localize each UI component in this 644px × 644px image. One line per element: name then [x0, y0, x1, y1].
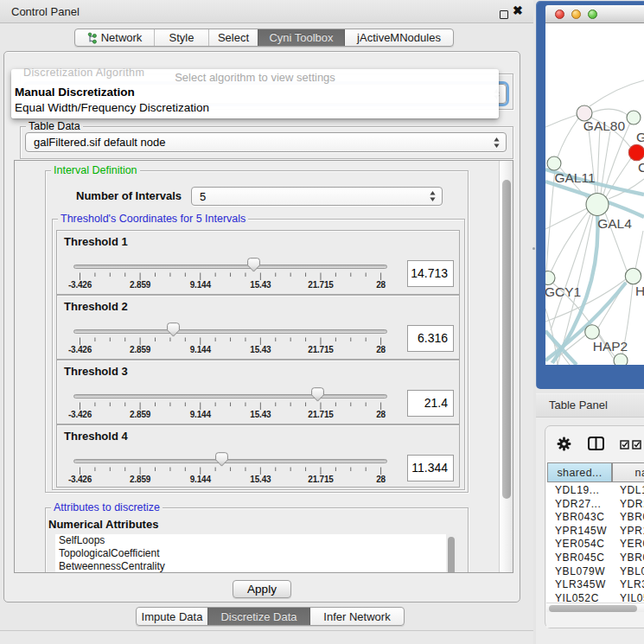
tab-label: jActiveMNodules — [357, 31, 441, 44]
table-horizontal-scrollbar-thumb[interactable] — [549, 605, 637, 612]
svg-text:HAP2: HAP2 — [593, 339, 628, 354]
attributes-list-scrollbar-thumb[interactable] — [448, 537, 455, 573]
cell-shared-name: YLR345W — [555, 578, 606, 592]
checkbox-checked-icon[interactable] — [620, 440, 629, 450]
table-data-combobox[interactable]: galFiltered.sif default node — [25, 132, 507, 152]
cell-name: YBL079W — [620, 565, 644, 579]
threshold-2-slider-track[interactable] — [73, 329, 387, 334]
slider-tick-label: 9.144 — [175, 345, 226, 354]
tab-cyni-toolbox[interactable]: Cyni Toolbox — [258, 29, 344, 46]
cell-name: YPR145W — [620, 525, 644, 539]
cell-name: YLR345W — [620, 578, 644, 592]
divider-handle-dot[interactable] — [532, 247, 535, 250]
window-zoom-traffic-light[interactable] — [588, 10, 597, 19]
slider-tick-label: 15.43 — [234, 410, 286, 419]
svg-text:C: C — [638, 160, 644, 175]
cell-name: YDL19 — [620, 484, 644, 498]
table-row[interactable]: YDL19...YDL19 — [546, 484, 644, 498]
threshold-3-value-field[interactable]: 21.4 — [407, 390, 454, 417]
threshold-1-slider-track[interactable] — [73, 265, 387, 269]
threshold-3-slider-thumb[interactable] — [311, 387, 324, 402]
tab-label: Discretize Data — [220, 610, 296, 623]
cell-name: YBR045C — [620, 552, 644, 565]
apply-button[interactable]: Apply — [233, 580, 291, 598]
table-rows: YDL19...YDL19YDR27...YDR27YBR043CYBR043C… — [546, 484, 644, 603]
table-row[interactable]: YDR27...YDR27 — [546, 498, 644, 512]
network-canvas[interactable]: GAL80GALCGAL11GAL4GCY1HHAP2 — [545, 23, 644, 365]
tab-label: Network — [101, 31, 143, 44]
svg-text:GAL4: GAL4 — [597, 216, 632, 231]
cell-name: YIL052C — [620, 592, 644, 603]
float-window-icon[interactable] — [500, 10, 508, 19]
slider-tick-label: -3.426 — [54, 475, 106, 484]
slider-tick-label: 2.859 — [114, 410, 166, 419]
tab-label: Impute Data — [142, 610, 203, 623]
slider-tick-label: 15.43 — [234, 345, 286, 354]
split-columns-icon[interactable] — [588, 437, 604, 450]
svg-text:GAL80: GAL80 — [583, 118, 626, 133]
slider-tick-label: 28 — [355, 280, 407, 290]
threshold-4-slider-thumb[interactable] — [215, 452, 228, 467]
threshold-4-slider-track[interactable] — [73, 459, 387, 463]
tab-discretize-data[interactable]: Discretize Data — [207, 608, 309, 625]
cell-shared-name: YDR27... — [555, 498, 602, 512]
svg-text:H: H — [635, 284, 644, 298]
table-horizontal-scrollbar[interactable] — [546, 603, 644, 612]
gear-icon[interactable] — [557, 437, 571, 451]
thresholds-coordinates-group-title: Threshold's Coordinates for 5 Intervals — [58, 213, 248, 225]
table-data-group: Table Data galFiltered.sif default node — [20, 126, 513, 159]
slider-tick-label: 21.715 — [295, 410, 347, 419]
threshold-3-slider-track[interactable] — [73, 394, 387, 399]
table-row[interactable]: YLR345WYLR345W — [546, 578, 644, 592]
settings-scrollbar[interactable] — [499, 161, 513, 572]
ghost-group-title: Discretization Algorithm — [23, 67, 144, 79]
settings-scrollbar-thumb[interactable] — [502, 180, 512, 499]
algorithm-dropdown-popup: Discretization Algorithm Select algorith… — [11, 69, 499, 118]
attribute-item-betweennesscentrality[interactable]: BetweennessCentrality — [55, 560, 446, 573]
slider-tick-label: 2.859 — [114, 280, 166, 290]
network-tree-icon — [87, 32, 97, 44]
table-panel-footer — [546, 612, 644, 628]
table-header-shared-name[interactable]: shared... — [547, 462, 612, 482]
threshold-2-box: Threshold 2-3.4262.8599.14415.4321.71528… — [56, 295, 460, 360]
tab-jactivemnodules[interactable]: jActiveMNodules — [344, 29, 453, 46]
interval-definition-group-title: Interval Definition — [51, 164, 140, 176]
window-minimize-traffic-light[interactable] — [571, 10, 581, 19]
threshold-2-slider-thumb[interactable] — [167, 322, 180, 337]
table-row[interactable]: YIL052CYIL052C — [546, 592, 644, 603]
table-row[interactable]: YBR045CYBR045C — [546, 552, 644, 565]
tab-label: Infer Network — [323, 610, 390, 623]
attributes-list-scrollbar[interactable] — [446, 534, 456, 573]
threshold-1-box: Threshold 1-3.4262.8599.14415.4321.71528… — [56, 230, 460, 295]
popup-item-manual-discretization[interactable]: Manual Discretization — [11, 85, 499, 100]
threshold-4-box: Threshold 4-3.4262.8599.14415.4321.71528… — [56, 424, 460, 488]
tab-label: Style — [169, 31, 194, 44]
threshold-1-value-field[interactable]: 14.713 — [407, 260, 454, 287]
table-row[interactable]: YBL079WYBL079W — [546, 565, 644, 579]
table-row[interactable]: YER054CYER054C — [546, 538, 644, 552]
attribute-item-selfloops[interactable]: SelfLoops — [55, 534, 446, 547]
tab-select[interactable]: Select — [208, 29, 258, 46]
slider-tick-label: 21.715 — [295, 475, 347, 484]
tab-impute-data[interactable]: Impute Data — [137, 608, 207, 625]
slider-tick-label: 28 — [355, 345, 407, 354]
threshold-2-label: Threshold 2 — [64, 300, 128, 313]
table-row[interactable]: YBR043CYBR043C — [546, 511, 644, 525]
tab-infer-network[interactable]: Infer Network — [309, 608, 404, 625]
threshold-4-value-field[interactable]: 11.344 — [407, 455, 454, 481]
window-close-traffic-light[interactable] — [555, 10, 564, 19]
table-data-group-title: Table Data — [26, 120, 83, 132]
popup-item-equal-width-frequency-discretization[interactable]: Equal Width/Frequency Discretization — [11, 100, 499, 116]
tab-network[interactable]: Network — [75, 29, 154, 46]
close-icon[interactable]: ✖ — [513, 3, 523, 17]
threshold-1-slider-thumb[interactable] — [247, 258, 260, 272]
table-header-name[interactable]: name — [612, 462, 644, 482]
numerical-attributes-list[interactable]: SelfLoopsTopologicalCoefficientBetweenne… — [55, 534, 446, 573]
checkbox-checked-icon[interactable] — [632, 440, 641, 450]
threshold-2-value-field[interactable]: 6.316 — [407, 325, 454, 352]
tab-label: Cyni Toolbox — [269, 31, 333, 44]
tab-style[interactable]: Style — [154, 29, 208, 46]
table-row[interactable]: YPR145WYPR145W — [546, 525, 644, 539]
number-of-intervals-combobox[interactable]: 5 — [191, 187, 443, 206]
attribute-item-topologicalcoefficient[interactable]: TopologicalCoefficient — [55, 547, 446, 560]
